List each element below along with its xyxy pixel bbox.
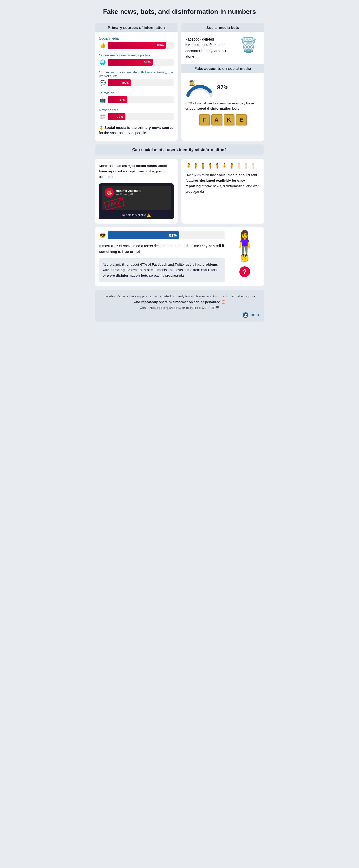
- tile-f: F: [199, 115, 210, 125]
- left-panel: Primary sources of information Social me…: [95, 23, 178, 141]
- gauge-pct-label: 87%: [217, 84, 228, 91]
- bottom-bar-pct: 61%: [169, 233, 177, 238]
- main-container: Fake news, bots, and disinformation in n…: [90, 0, 269, 330]
- bottom-wide: 😎 61% Almost 61% of social media users d…: [95, 227, 264, 286]
- speech-bubble-icon: 💬: [99, 80, 106, 86]
- bar-conversations-row: 💬 35%: [99, 79, 173, 87]
- fake-accounts-header: Fake accounts on social media: [181, 64, 264, 73]
- bar-television: Television 📺 30%: [99, 91, 173, 103]
- report-screen-mock: 🦊 Heather Jackson 24, Boston, MA FAKE Re…: [99, 183, 173, 219]
- primary-note: 🥇 Social media is the primary news sourc…: [99, 125, 173, 136]
- mid-section-header: Can social media users identify misinfor…: [95, 145, 264, 155]
- report-label: Report this profile: [122, 213, 146, 217]
- identify-section: More than half (55%) of social media use…: [95, 159, 264, 223]
- person-icon-10: 🧍: [250, 163, 256, 169]
- bar-social-media-pct: 88%: [157, 43, 164, 47]
- bar-television-row: 📺 30%: [99, 96, 173, 103]
- tile-e: E: [236, 115, 247, 125]
- bar-online-magazines: Online magazines & news portals 🌐 68%: [99, 53, 173, 66]
- scrabble-tiles: F A K E: [186, 115, 260, 125]
- svg-point-2: [244, 315, 247, 317]
- footer-section: Facebook's fact-checking program is targ…: [95, 289, 264, 322]
- bar-social-media-fill: 88%: [108, 41, 166, 49]
- gray-box-text: At the same time, about 67% of Facebook …: [103, 262, 222, 278]
- profile-info: Heather Jackson 24, Boston, MA: [116, 189, 140, 195]
- bottom-bar-track: 61%: [108, 231, 225, 240]
- primary-note-text: for the vast majority of people: [99, 131, 146, 135]
- identify-left: More than half (55%) of social media use…: [95, 159, 178, 223]
- gray-box: At the same time, about 67% of Facebook …: [99, 258, 225, 282]
- person-icon-7: 🧍: [228, 163, 235, 169]
- profile-location: 24, Boston, MA: [116, 193, 140, 195]
- bar-online-magazines-row: 🌐 68%: [99, 59, 173, 66]
- bottom-bar-row: 😎 61%: [99, 231, 225, 240]
- bar-social-media: Social media 👍 88%: [99, 36, 173, 49]
- sunglasses-icon: 😎: [99, 232, 106, 239]
- identify-right: 🧍 🧍 🧍 🧍 🧍 🧍 🧍 🧍 🧍 🧍 Over 65% think that …: [181, 159, 264, 223]
- tidio-logo-icon: [243, 312, 249, 318]
- bar-social-media-label: Social media: [99, 36, 173, 40]
- mid-section-text: Can social media users identify misinfor…: [132, 148, 227, 152]
- primary-note-bold: Social media is the primary news source: [104, 125, 173, 130]
- trash-can-icon: 🗑️: [237, 36, 260, 53]
- medal-icon: 🥇: [99, 125, 103, 130]
- report-profile-button[interactable]: Report this profile ⚠️: [122, 213, 151, 217]
- person-icon-3: 🧍: [200, 163, 206, 169]
- tv-icon: 📺: [99, 97, 106, 103]
- bar-television-fill: 30%: [108, 96, 127, 103]
- left-panel-body: Social media 👍 88% Online magazines & ne…: [95, 32, 178, 141]
- person-icon-5: 🧍: [214, 163, 221, 169]
- tidio-branding: TIDIO: [100, 312, 259, 318]
- avatar: 🦊: [105, 188, 114, 197]
- bar-conversations-label: Conversations in real life with friends,…: [99, 70, 173, 78]
- bar-newspapers-fill: 27%: [108, 113, 125, 120]
- bar-newspapers-row: 📰 27%: [99, 113, 173, 120]
- page-title: Fake news, bots, and disinformation in n…: [95, 5, 264, 18]
- newspaper-icon: 📰: [99, 114, 106, 120]
- bar-newspapers-label: Newspapers: [99, 108, 173, 112]
- thinking-emoji: 🤔: [240, 254, 249, 262]
- bar-conversations-pct: 35%: [122, 81, 129, 85]
- right-panel: Social media bots Facebook deleted 6,500…: [181, 23, 264, 141]
- fake-accounts-body: 🕵️ 87% 87% of social media users believe…: [181, 73, 264, 130]
- identify-left-text: More than half (55%) of social media use…: [99, 163, 173, 180]
- bottom-bar-fill: 61%: [108, 231, 179, 240]
- fb-deleted-text: Facebook deleted 6,500,000,000 fake user…: [186, 36, 234, 60]
- bar-television-pct: 30%: [119, 98, 125, 102]
- top-section: Primary sources of information Social me…: [95, 23, 264, 141]
- bar-television-track: 30%: [108, 96, 173, 103]
- question-circle: ?: [239, 267, 250, 277]
- svg-point-1: [244, 314, 247, 316]
- person-icon-4: 🧍: [207, 163, 214, 169]
- fake-accounts-text: 87% of social media users believe they h…: [186, 101, 260, 112]
- gauge-container: 🕵️ 87%: [186, 77, 260, 98]
- almost-61-text: Almost 61% of social media users declare…: [99, 243, 225, 255]
- right-panel-bots-header: Social media bots: [181, 23, 264, 32]
- bar-newspapers-track: 27%: [108, 113, 173, 120]
- footer-text: Facebook's fact-checking program is targ…: [100, 293, 259, 311]
- fake-stamp: FAKE: [104, 197, 125, 211]
- people-icons: 🧍 🧍 🧍 🧍 🧍 🧍 🧍 🧍 🧍 🧍: [186, 163, 260, 169]
- tidio-brand-label: TIDIO: [250, 313, 259, 317]
- bar-television-label: Television: [99, 91, 173, 95]
- bar-newspapers-pct: 27%: [117, 115, 123, 119]
- person-icon-8: 🧍: [236, 163, 242, 169]
- thumbs-up-icon: 👍: [99, 42, 106, 48]
- person-icon-9: 🧍: [243, 163, 249, 169]
- profile-header-mock: 🦊 Heather Jackson 24, Boston, MA: [105, 188, 168, 197]
- bar-social-media-track: 88%: [108, 41, 173, 49]
- bar-online-magazines-track: 68%: [108, 59, 173, 66]
- bar-conversations: Conversations in real life with friends,…: [99, 70, 173, 87]
- bar-online-magazines-fill: 68%: [108, 59, 153, 66]
- woman-emoji-area: 🧍‍♀️ 🤔 ?: [229, 231, 260, 277]
- woman-emoji: 🧍‍♀️: [230, 231, 259, 254]
- bar-online-magazines-pct: 68%: [144, 60, 151, 64]
- bar-online-magazines-label: Online magazines & news portals: [99, 53, 173, 57]
- bar-newspapers: Newspapers 📰 27%: [99, 108, 173, 120]
- bottom-left: 😎 61% Almost 61% of social media users d…: [99, 231, 225, 282]
- person-icon-1: 🧍: [186, 163, 192, 169]
- fb-deleted-section: Facebook deleted 6,500,000,000 fake user…: [181, 32, 264, 64]
- gauge-svg-wrap: 🕵️: [186, 77, 214, 98]
- avatar-emoji: 🦊: [106, 190, 112, 195]
- bar-social-media-row: 👍 88%: [99, 41, 173, 49]
